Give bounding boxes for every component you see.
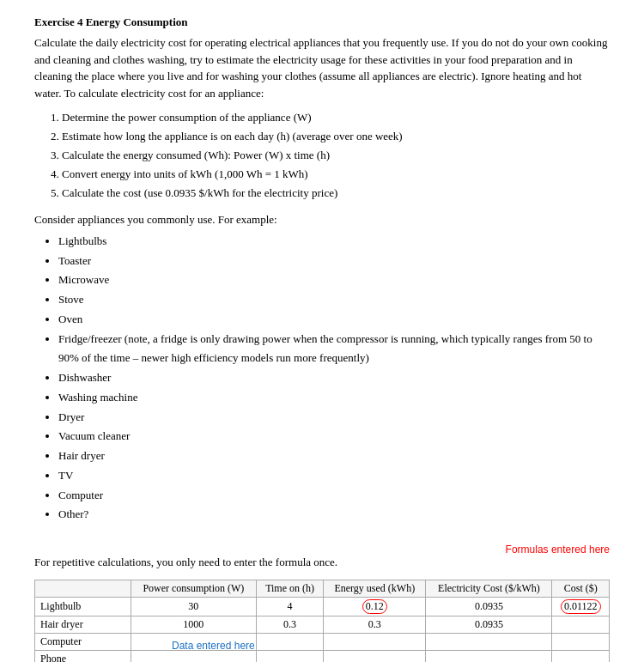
table-cell-r2-c4 <box>426 633 552 650</box>
appliance-dishwasher: Dishwasher <box>58 368 610 388</box>
col-header-cost: Cost ($) <box>552 580 610 597</box>
table-cell-r3-c5 <box>552 650 610 662</box>
table-row: Lightbulb3040.120.09350.01122 <box>35 597 610 616</box>
table-row: Computer <box>35 633 610 650</box>
table-row: Hair dryer10000.30.30.0935 <box>35 616 610 633</box>
appliance-lightbulbs: Lightbulbs <box>58 232 610 252</box>
appliance-toaster: Toaster <box>58 252 610 271</box>
table-cell-r2-c2 <box>257 633 324 650</box>
appliance-computer: Computer <box>58 486 610 506</box>
appliance-fridge: Fridge/freezer (note, a fridge is only d… <box>58 330 610 369</box>
appliance-oven: Oven <box>58 310 610 330</box>
table-cell-r3-c3 <box>324 650 426 662</box>
col-header-power: Power consumption (W) <box>131 580 256 597</box>
table-cell-r0-c3: 0.12 <box>324 597 426 616</box>
appliance-stove: Stove <box>58 290 610 310</box>
appliance-dryer: Dryer <box>58 408 610 428</box>
table-cell-r2-c3 <box>324 633 426 650</box>
table-cell-r3-c2 <box>257 650 324 662</box>
appliance-washing: Washing machine <box>58 388 610 408</box>
data-annotation: Data entered here <box>172 640 255 652</box>
steps-list: Determine the power consumption of the a… <box>62 108 610 203</box>
consider-text: Consider appliances you commonly use. Fo… <box>34 211 610 228</box>
appliances-list: Lightbulbs Toaster Microwave Stove Oven … <box>58 232 610 525</box>
table-cell-r0-c2: 4 <box>257 597 324 616</box>
table-cell-r3-c0: Phone <box>35 650 131 662</box>
appliance-tv: TV <box>58 466 610 486</box>
appliance-vacuum: Vacuum cleaner <box>58 427 610 446</box>
step-1: Determine the power consumption of the a… <box>62 108 610 127</box>
col-header-time: Time on (h) <box>257 580 324 597</box>
exercise-title: Exercise 4 Energy Consumption <box>34 15 610 29</box>
table-cell-r1-c3: 0.3 <box>324 616 426 633</box>
formula-note: For repetitive calculations, you only ne… <box>34 554 610 571</box>
table-cell-r1-c5 <box>552 616 610 633</box>
appliance-hairdryer: Hair dryer <box>58 446 610 466</box>
table-cell-r0-c4: 0.0935 <box>426 597 552 616</box>
formulas-annotation: Formulas entered here <box>506 544 610 556</box>
step-5: Calculate the cost (use 0.0935 $/kWh for… <box>62 184 610 203</box>
appliance-other: Other? <box>58 505 610 525</box>
step-2: Estimate how long the appliance is on ea… <box>62 127 610 146</box>
circled-energy: 0.12 <box>362 599 387 614</box>
step-4: Convert energy into units of kWh (1,000 … <box>62 165 610 184</box>
table-cell-r1-c0: Hair dryer <box>35 616 131 633</box>
table-cell-r2-c5 <box>552 633 610 650</box>
col-header-elec-cost: Electricity Cost ($/kWh) <box>426 580 552 597</box>
circled-cost: 0.01122 <box>561 599 601 614</box>
step-3: Calculate the energy consumed (Wh): Powe… <box>62 146 610 165</box>
table-cell-r1-c2: 0.3 <box>257 616 324 633</box>
table-cell-r1-c4: 0.0935 <box>426 616 552 633</box>
table-cell-r0-c5: 0.01122 <box>552 597 610 616</box>
table-cell-r1-c1: 1000 <box>131 616 256 633</box>
table-cell-r0-c0: Lightbulb <box>35 597 131 616</box>
appliance-microwave: Microwave <box>58 270 610 290</box>
col-header-name <box>35 580 131 597</box>
col-header-energy: Energy used (kWh) <box>324 580 426 597</box>
table-cell-r2-c0: Computer <box>35 633 131 650</box>
appliance-table: Power consumption (W) Time on (h) Energy… <box>34 580 610 662</box>
table-cell-r3-c1 <box>131 650 256 662</box>
table-cell-r0-c1: 30 <box>131 597 256 616</box>
intro-paragraph: Calculate the daily electricity cost for… <box>34 34 610 101</box>
